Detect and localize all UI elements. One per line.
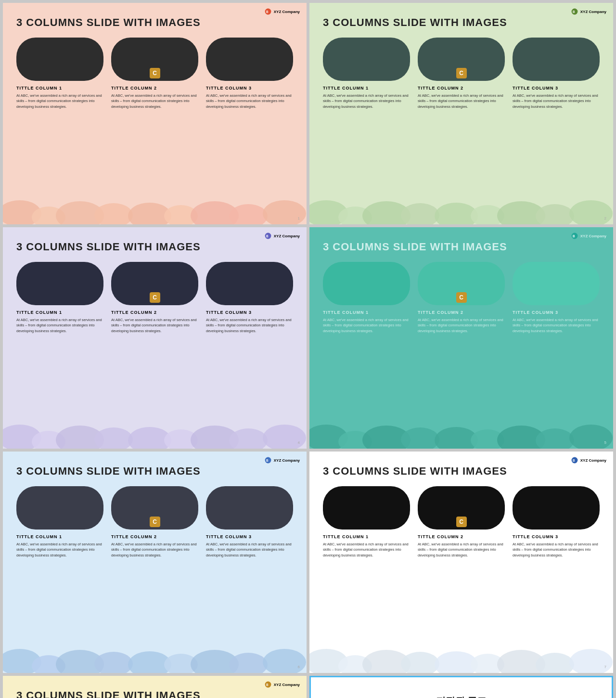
columns-2: TITTLE COLUMN 1 At ABC, we've assembled …: [323, 38, 600, 109]
svg-text:B: B: [266, 10, 269, 13]
col-2-1: TITTLE COLUMN 1 At ABC, we've assembled …: [323, 38, 410, 109]
center-icon-5: C: [150, 517, 160, 527]
col-body-5-1: At ABC, we've assembled a rich array of …: [16, 542, 103, 558]
col-body-1-3: At ABC, we've assembled a rich array of …: [206, 93, 293, 109]
col-image-4-1: [323, 262, 410, 305]
slide-6: B XYZ Company 3 COLUMNS SLIDE WITH IMAGE…: [309, 452, 613, 673]
slide-title-5: 3 COLUMNS SLIDE WITH IMAGES: [16, 465, 293, 478]
logo-text-1: XYZ Company: [274, 10, 300, 14]
col-title-6-2: TITTLE COLUMN 2: [418, 534, 505, 539]
slide-title-6: 3 COLUMNS SLIDE WITH IMAGES: [323, 465, 600, 478]
col-1-3: TITTLE COLUMN 3 At ABC, we've assembled …: [206, 38, 293, 109]
logo-6: B XYZ Company: [571, 456, 606, 464]
columns-5: TITTLE COLUMN 1 At ABC, we've assembled …: [16, 486, 293, 558]
col-title-2-3: TITTLE COLUMN 3: [513, 86, 600, 90]
col-image-2-1: [323, 38, 410, 81]
col-title-1-3: TITTLE COLUMN 3: [206, 86, 293, 90]
slide-3: B XYZ Company 3 COLUMNS SLIDE WITH IMAGE…: [3, 227, 307, 449]
col-body-5-2: At ABC, we've assembled a rich array of …: [111, 542, 198, 558]
col-4-3: TITTLE COLUMN 3 At ABC, we've assembled …: [513, 262, 600, 334]
clouds-bottom-4: [309, 422, 613, 449]
page-num-4: 5: [604, 440, 606, 445]
col-title-5-3: TITTLE COLUMN 3: [206, 534, 293, 539]
col-title-1-2: TITTLE COLUMN 2: [111, 86, 198, 90]
col-body-3-2: At ABC, we've assembled a rich array of …: [111, 317, 198, 334]
slide-5: B XYZ Company 3 COLUMNS SLIDE WITH IMAGE…: [3, 452, 307, 673]
col-title-5-1: TITTLE COLUMN 1: [16, 534, 103, 539]
center-icon-6: C: [456, 517, 467, 527]
slide-title-2: 3 COLUMNS SLIDE WITH IMAGES: [323, 16, 600, 29]
col-body-4-3: At ABC, we've assembled a rich array of …: [513, 317, 600, 334]
col-title-2-2: TITTLE COLUMN 2: [418, 86, 505, 90]
logo-4: B XYZ Company: [571, 232, 606, 240]
col-3-2: C TITTLE COLUMN 2 At ABC, we've assemble…: [111, 262, 198, 334]
col-title-1-1: TITTLE COLUMN 1: [16, 86, 103, 90]
col-title-3-2: TITTLE COLUMN 2: [111, 310, 198, 315]
col-1-1: TITTLE COLUMN 1 At ABC, we've assembled …: [16, 38, 103, 109]
slide-title-3: 3 COLUMNS SLIDE WITH IMAGES: [16, 241, 293, 253]
col-title-2-1: TITTLE COLUMN 1: [323, 86, 410, 90]
col-image-1-3: [206, 38, 293, 81]
col-image-5-1: [16, 486, 103, 530]
col-image-3-3: [206, 262, 293, 305]
clouds-bottom-2: [309, 198, 613, 224]
slide-4: B XYZ Company 3 COLUMNS SLIDE WITH IMAGE…: [309, 227, 613, 449]
col-image-4-3: [513, 262, 600, 305]
col-body-6-1: At ABC, we've assembled a rich array of …: [323, 542, 410, 558]
col-body-1-2: At ABC, we've assembled a rich array of …: [111, 93, 198, 109]
col-image-1-1: [16, 38, 103, 81]
svg-text:B: B: [573, 459, 575, 462]
col-image-5-3: [206, 486, 293, 530]
page-num-3: 4: [298, 440, 300, 445]
svg-text:B: B: [573, 234, 575, 238]
col-5-1: TITTLE COLUMN 1 At ABC, we've assembled …: [16, 486, 103, 558]
col-3-1: TITTLE COLUMN 1 At ABC, we've assembled …: [16, 262, 103, 334]
col-image-3-1: [16, 262, 103, 305]
col-title-4-2: TITTLE COLUMN 2: [418, 310, 505, 315]
logo-text-5: XYZ Company: [274, 458, 300, 463]
page-num-1: 1: [298, 216, 300, 220]
col-5-2: C TITTLE COLUMN 2 At ABC, we've assemble…: [111, 486, 198, 558]
col-body-1-1: At ABC, we've assembled a rich array of …: [16, 93, 103, 109]
col-body-2-3: At ABC, we've assembled a rich array of …: [513, 93, 600, 109]
col-body-3-1: At ABC, we've assembled a rich array of …: [16, 317, 103, 334]
slide-1: B XYZ Company 3 COLUMNS SLIDE WITH IMAGE…: [3, 3, 307, 224]
col-body-2-1: At ABC, we've assembled a rich array of …: [323, 93, 410, 109]
logo-2: B XYZ Company: [571, 8, 606, 15]
slide-title-4: 3 COLUMNS SLIDE WITH IMAGES: [323, 241, 600, 253]
col-2-3: TITTLE COLUMN 3 At ABC, we've assembled …: [513, 38, 600, 109]
clouds-bottom-1: [3, 198, 307, 224]
col-title-3-3: TITTLE COLUMN 3: [206, 310, 293, 315]
col-6-2: C TITTLE COLUMN 2 At ABC, we've assemble…: [418, 486, 505, 558]
columns-3: TITTLE COLUMN 1 At ABC, we've assembled …: [16, 262, 293, 334]
columns-6: TITTLE COLUMN 1 At ABC, we've assembled …: [323, 486, 600, 558]
columns-4: TITTLE COLUMN 1 At ABC, we've assembled …: [323, 262, 600, 334]
col-body-6-3: At ABC, we've assembled a rich array of …: [513, 542, 600, 558]
columns-1: TITTLE COLUMN 1 At ABC, we've assembled …: [16, 38, 293, 109]
col-image-6-1: [323, 486, 410, 530]
col-3-3: TITTLE COLUMN 3 At ABC, we've assembled …: [206, 262, 293, 334]
col-1-2: C TITTLE COLUMN 2 At ABC, we've assemble…: [111, 38, 198, 109]
slide-7: B XYZ Company 3 COLUMNS SLIDE WITH IMAGE…: [3, 676, 307, 698]
logo-text-6: XYZ Company: [580, 458, 606, 463]
logo-text-2: XYZ Company: [580, 10, 606, 14]
logo-1: B XYZ Company: [264, 8, 300, 15]
col-title-5-2: TITTLE COLUMN 2: [111, 534, 198, 539]
center-icon-4: C: [456, 292, 467, 303]
col-6-3: TITTLE COLUMN 3 At ABC, we've assembled …: [513, 486, 600, 558]
clouds-bottom-6: [309, 646, 613, 673]
slide-grid: B XYZ Company 3 COLUMNS SLIDE WITH IMAGE…: [0, 0, 616, 698]
svg-text:B: B: [266, 459, 269, 462]
col-body-4-2: At ABC, we've assembled a rich array of …: [418, 317, 505, 334]
col-2-2: C TITTLE COLUMN 2 At ABC, we've assemble…: [418, 38, 505, 109]
logo-3: B XYZ Company: [264, 232, 300, 240]
col-4-1: TITTLE COLUMN 1 At ABC, we've assembled …: [323, 262, 410, 334]
col-body-5-3: At ABC, we've assembled a rich array of …: [206, 542, 293, 558]
col-image-2-3: [513, 38, 600, 81]
page-num-6: 7: [604, 665, 606, 669]
center-icon-2: C: [456, 68, 467, 78]
logo-text-3: XYZ Company: [274, 234, 300, 238]
slide-title-1: 3 COLUMNS SLIDE WITH IMAGES: [16, 16, 293, 29]
logo-text-4: XYZ Company: [580, 234, 606, 238]
copyright-title: 저작권 공고: [325, 695, 597, 698]
